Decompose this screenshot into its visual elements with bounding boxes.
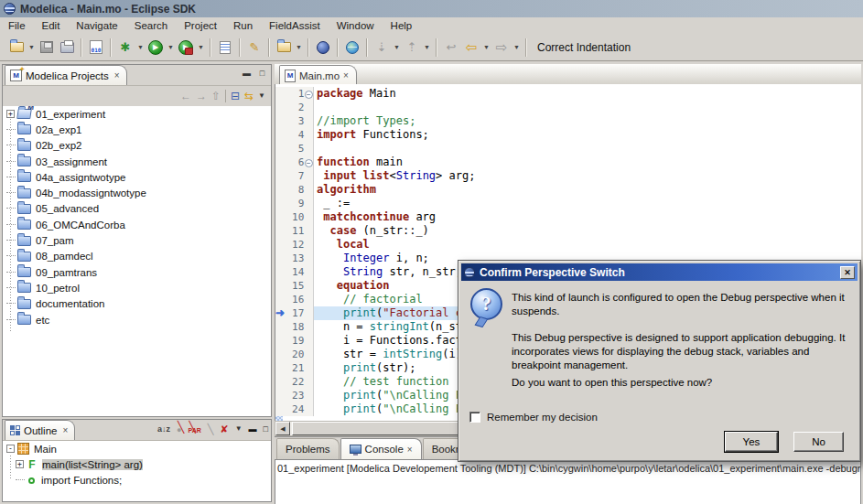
yes-button[interactable]: Yes (725, 432, 778, 452)
projects-maximize-icon[interactable]: □ (256, 68, 268, 79)
project-item[interactable]: 07_pam (3, 232, 271, 248)
code-line[interactable]: 4import Functions; (275, 128, 861, 142)
hide-parameters-icon[interactable]: PAR (189, 424, 201, 434)
outline-maximize-icon[interactable]: □ (264, 424, 268, 434)
line-gutter[interactable]: 14 (275, 265, 314, 279)
projects-minimize-icon[interactable]: ▬ (241, 68, 253, 79)
last-edit-location-icon[interactable]: ↩ (442, 38, 460, 57)
paintbrush-icon[interactable]: ✎ (245, 38, 264, 57)
debug-dropdown[interactable]: ▼ (136, 38, 145, 57)
remember-decision-checkbox[interactable]: Remember my decision (469, 412, 598, 423)
line-gutter[interactable]: 16 (275, 293, 314, 306)
sort-alpha-icon[interactable]: a↓z (157, 424, 170, 434)
save-icon[interactable] (38, 38, 56, 57)
project-item[interactable]: 09_pamtrans (3, 264, 271, 280)
line-gutter[interactable]: 1− (275, 87, 314, 101)
outline-view-menu-icon[interactable]: ▼ (235, 425, 243, 433)
debug-icon[interactable]: ✱ (116, 38, 135, 57)
menu-file[interactable]: File (0, 18, 34, 33)
line-gutter[interactable]: 24 (275, 402, 314, 416)
outline-item[interactable]: -Main (3, 441, 271, 456)
project-item[interactable]: +01_experiment (3, 106, 271, 122)
line-gutter[interactable]: 19 (275, 334, 314, 348)
line-gutter[interactable]: 8 (275, 183, 314, 197)
line-gutter[interactable]: 13 (275, 252, 314, 265)
prev-annotation-icon[interactable]: ⇡ (403, 38, 421, 57)
checkbox-box[interactable] (469, 412, 480, 423)
outline-minimize-icon[interactable]: ▬ (249, 424, 257, 434)
web-browser-icon[interactable] (343, 38, 361, 57)
fold-collapse-icon[interactable]: − (305, 159, 313, 167)
projects-up-icon[interactable]: ⇧ (211, 91, 221, 102)
run-external-dropdown[interactable]: ▼ (197, 38, 205, 57)
scrollbar-thumb[interactable] (292, 422, 484, 435)
prev-annotation-dropdown[interactable]: ▼ (423, 38, 431, 57)
code-line[interactable]: 5 (275, 142, 861, 155)
tree-expander-icon[interactable]: - (6, 445, 15, 453)
menu-edit[interactable]: Edit (34, 18, 69, 33)
project-item[interactable]: 08_pamdecl (3, 249, 271, 264)
open-folder-icon[interactable] (275, 38, 293, 57)
open-folder-dropdown[interactable]: ▼ (295, 38, 303, 57)
new-wizard-dropdown[interactable]: ▼ (27, 38, 36, 57)
menu-run[interactable]: Run (225, 18, 261, 33)
project-item[interactable]: 04b_modassigntwotype (3, 185, 271, 200)
editor-tab-close-icon[interactable]: × (343, 70, 349, 80)
print-icon[interactable] (58, 38, 76, 57)
omc-sphere-icon[interactable] (314, 38, 332, 57)
code-line[interactable]: 11 case (n_str::_) (275, 224, 861, 238)
line-gutter[interactable]: 22 (275, 375, 314, 389)
next-annotation-dropdown[interactable]: ▼ (393, 38, 401, 57)
line-gutter[interactable]: 20 (275, 348, 314, 361)
back-icon[interactable]: ⇦ (462, 38, 480, 57)
project-item[interactable]: etc (3, 312, 271, 327)
forward-icon[interactable]: ⇨ (492, 38, 511, 57)
dialog-close-icon[interactable]: ✕ (840, 266, 855, 279)
line-gutter[interactable]: 18 (275, 320, 314, 334)
run-external-icon[interactable]: ▶ (177, 38, 195, 57)
line-gutter[interactable]: 10 (275, 210, 314, 224)
line-gutter[interactable]: 11 (275, 224, 314, 238)
hide-imports-icon[interactable]: ✘ (220, 424, 228, 434)
tree-expander-icon[interactable]: + (16, 460, 24, 468)
outline-close-icon[interactable]: × (62, 425, 68, 435)
outline-item[interactable]: import Functions; (3, 473, 271, 488)
hide-local-icon[interactable]: ╲ (208, 424, 214, 434)
link-with-editor-icon[interactable]: ⇆ (244, 91, 254, 102)
project-item[interactable]: 10_petrol (3, 280, 271, 295)
code-line[interactable]: 10 matchcontinue arg (275, 210, 861, 224)
editor-tab-main-mo[interactable]: M Main.mo × (279, 65, 357, 85)
projects-forward-icon[interactable]: → (196, 91, 207, 102)
line-gutter[interactable]: 6− (275, 155, 314, 169)
projects-back-icon[interactable]: ← (180, 91, 191, 102)
code-line[interactable]: 8algorithm (275, 183, 861, 197)
collapse-all-icon[interactable]: ⊟ (231, 91, 240, 102)
scroll-left-icon[interactable]: ◀ (275, 422, 290, 435)
projects-tab[interactable]: M✦ Modelica Projects × (5, 65, 127, 85)
outline-item[interactable]: +Fmain(list<String> arg) (3, 456, 271, 472)
menu-search[interactable]: Search (126, 18, 176, 33)
menu-fieldassist[interactable]: FieldAssist (261, 18, 329, 33)
line-gutter[interactable]: 7 (275, 169, 314, 183)
project-item[interactable]: 04a_assigntwotype (3, 169, 271, 185)
fold-collapse-icon[interactable]: − (305, 91, 313, 99)
project-item[interactable]: 03_assignment (3, 154, 271, 169)
menu-window[interactable]: Window (329, 18, 383, 33)
code-line[interactable]: 2 (275, 101, 861, 114)
line-gutter[interactable]: 5 (275, 142, 314, 155)
tree-expander-icon[interactable]: + (6, 110, 15, 118)
next-annotation-icon[interactable]: ⇣ (372, 38, 391, 57)
projects-close-icon[interactable]: × (114, 70, 120, 80)
menu-navigate[interactable]: Navigate (68, 18, 125, 33)
binary-file-icon[interactable]: 010 (87, 38, 105, 57)
code-line[interactable]: 7 input list<String> arg; (275, 169, 861, 183)
menu-project[interactable]: Project (176, 18, 225, 33)
forward-dropdown[interactable]: ▼ (512, 38, 521, 57)
menu-help[interactable]: Help (383, 18, 421, 33)
run-dropdown[interactable]: ▼ (167, 38, 175, 57)
tab-console[interactable]: Console× (340, 438, 422, 459)
tab-close-icon[interactable]: × (407, 445, 413, 455)
console-view-icon[interactable] (216, 38, 234, 57)
line-gutter[interactable]: 9 (275, 197, 314, 210)
line-gutter[interactable]: 21 (275, 361, 314, 375)
